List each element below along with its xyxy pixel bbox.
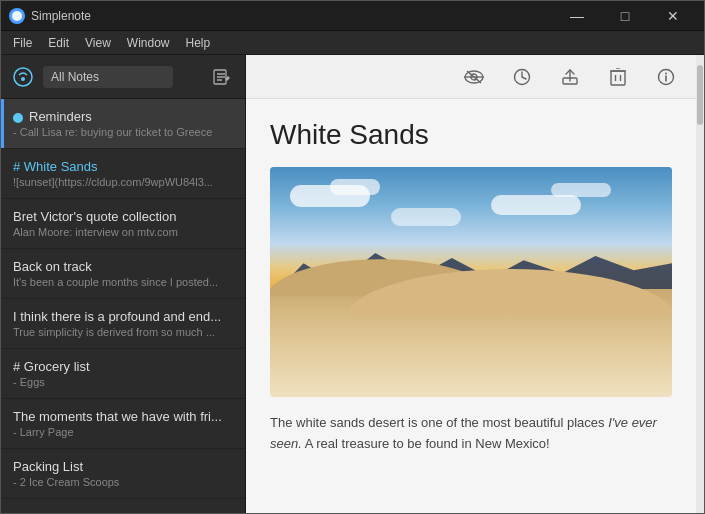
cloud-4 [551,183,611,197]
title-bar-left: Simplenote [9,8,91,24]
sidebar: Reminders - Call Lisa re: buying our tic… [1,55,246,514]
dune-right-svg [350,264,672,315]
scrollbar[interactable] [696,55,704,514]
content-toolbar [246,55,696,99]
preview-toggle-button[interactable] [460,63,488,91]
menu-bar: File Edit View Window Help [1,31,704,55]
note-preview: ![sunset](https://cldup.com/9wpWU84l3... [13,176,233,188]
note-title: Packing List [13,459,233,474]
body-text-2: A real treasure to be found in New Mexic… [302,436,550,451]
cloud-2 [330,179,380,195]
svg-point-1 [21,77,25,81]
history-button[interactable] [508,63,536,91]
note-title: Back on track [13,259,233,274]
list-item[interactable]: I think there is a profound and end... T… [1,299,245,349]
new-note-button[interactable] [207,63,235,91]
list-item[interactable]: Reminders - Call Lisa re: buying our tic… [1,99,245,149]
list-item[interactable]: The moments that we have with fri... - L… [1,399,245,449]
sidebar-toolbar-left [11,65,173,89]
note-preview: - Eggs [13,376,233,388]
list-item[interactable]: Packing List - 2 Ice Cream Scoops [1,449,245,499]
main-layout: Reminders - Call Lisa re: buying our tic… [1,55,704,514]
landscape-visual [270,167,672,397]
menu-edit[interactable]: Edit [40,34,77,52]
note-heading: White Sands [270,119,672,151]
search-input[interactable] [43,66,173,88]
simplenote-logo-icon [11,65,35,89]
info-button[interactable] [652,63,680,91]
svg-rect-9 [611,71,625,85]
note-preview: True simplicity is derived from so much … [13,326,233,338]
note-preview: - Call Lisa re: buying our ticket to Gre… [13,126,233,138]
content-area: White Sands [246,55,696,514]
note-preview: - 2 Ice Cream Scoops [13,476,233,488]
active-indicator-icon [13,113,23,123]
note-preview: Alan Moore: interview on mtv.com [13,226,233,238]
menu-help[interactable]: Help [178,34,219,52]
note-preview: It's been a couple months since I posted… [13,276,233,288]
list-item[interactable]: # Grocery list - Eggs [1,349,245,399]
note-title: Bret Victor's quote collection [13,209,233,224]
note-image [270,167,672,397]
sidebar-toolbar [1,55,245,99]
note-title: # Grocery list [13,359,233,374]
window-controls: — □ ✕ [554,1,696,31]
svg-point-16 [665,72,667,74]
list-item[interactable]: Back on track It's been a couple months … [1,249,245,299]
app-body: Reminders - Call Lisa re: buying our tic… [1,55,704,514]
cloud-3 [491,195,581,215]
svg-point-0 [12,11,22,21]
menu-view[interactable]: View [77,34,119,52]
close-button[interactable]: ✕ [650,1,696,31]
note-content: White Sands [246,99,696,514]
share-button[interactable] [556,63,584,91]
scroll-thumb[interactable] [697,65,703,125]
list-item[interactable]: Bret Victor's quote collection Alan Moor… [1,199,245,249]
app-icon [9,8,25,24]
cloud-5 [391,208,461,226]
delete-button[interactable] [604,63,632,91]
list-item[interactable]: # White Sands ![sunset](https://cldup.co… [1,149,245,199]
menu-window[interactable]: Window [119,34,178,52]
note-preview: - Larry Page [13,426,233,438]
note-title: # White Sands [13,159,233,174]
minimize-button[interactable]: — [554,1,600,31]
note-title: The moments that we have with fri... [13,409,233,424]
svg-point-19 [350,269,672,315]
menu-file[interactable]: File [5,34,40,52]
notes-list: Reminders - Call Lisa re: buying our tic… [1,99,245,514]
title-bar: Simplenote — □ ✕ [1,1,704,31]
note-title: Reminders [29,109,92,124]
app-title: Simplenote [31,9,91,23]
body-text-1: The white sands desert is one of the mos… [270,415,608,430]
note-title: I think there is a profound and end... [13,309,233,324]
note-body: The white sands desert is one of the mos… [270,413,672,455]
maximize-button[interactable]: □ [602,1,648,31]
